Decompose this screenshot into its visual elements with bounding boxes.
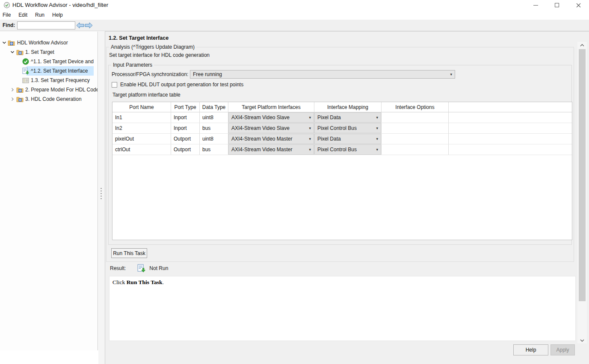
scroll-up-icon[interactable] bbox=[577, 42, 587, 48]
tree-item-label: 2. Prepare Model For HDL Code bbox=[25, 87, 98, 93]
tree-item-set-target-interface[interactable]: ^1.2. Set Target Interface bbox=[0, 66, 98, 76]
processor-fpga-sync-dropdown[interactable]: Free running ▾ bbox=[190, 70, 455, 79]
data-type-cell: bus bbox=[200, 123, 228, 134]
dropdown-arrow-icon: ▾ bbox=[309, 148, 311, 152]
main-vertical-scrollbar[interactable] bbox=[577, 42, 587, 343]
target-platform-interface-table: Port Name Port Type Data Type Target Pla… bbox=[112, 102, 572, 240]
find-label: Find: bbox=[3, 22, 15, 28]
column-header-data-type: Data Type bbox=[200, 102, 228, 112]
target-platform-interface-dropdown[interactable]: AXI4-Stream Video Slave▾ bbox=[228, 123, 314, 133]
interface-table-label: Target platform interface table bbox=[112, 92, 181, 98]
port-name-cell: pixelOut bbox=[112, 134, 171, 144]
help-button[interactable]: Help bbox=[513, 344, 548, 355]
find-next-button[interactable] bbox=[84, 21, 93, 29]
interface-options-cell bbox=[382, 144, 449, 155]
table-row: ctrlOut Outport bus AXI4-Stream Video Ma… bbox=[112, 144, 572, 155]
interface-mapping-dropdown[interactable]: Pixel Data▾ bbox=[314, 112, 381, 123]
check-passed-icon bbox=[22, 58, 30, 65]
dropdown-value: AXI4-Stream Video Slave bbox=[231, 125, 290, 131]
tree-item-label: ^1.2. Set Target Interface bbox=[31, 68, 88, 74]
output-text-prefix: Click bbox=[112, 279, 127, 285]
title-bar: HDL Workflow Advisor - video/hdl_filter bbox=[0, 0, 589, 10]
row-filler bbox=[449, 134, 572, 144]
arrow-left-icon bbox=[76, 22, 84, 29]
hdl-workflow-advisor-window: HDL Workflow Advisor - video/hdl_filter … bbox=[0, 0, 589, 364]
dropdown-arrow-icon: ▾ bbox=[376, 126, 378, 130]
find-previous-button[interactable] bbox=[76, 21, 84, 29]
table-row: pixelOut Outport uint8 AXI4-Stream Video… bbox=[112, 134, 572, 144]
interface-options-cell bbox=[382, 123, 449, 134]
result-row: Result: Not Run bbox=[110, 264, 168, 273]
app-check-icon bbox=[3, 2, 10, 9]
column-header-interface-mapping: Interface Mapping bbox=[314, 102, 382, 112]
dropdown-arrow-icon: ▾ bbox=[309, 126, 311, 130]
tree-item-set-target-device[interactable]: ^1.1. Set Target Device and bbox=[0, 57, 98, 66]
column-header-target-platform-interfaces: Target Platform Interfaces bbox=[228, 102, 314, 112]
workflow-folder-icon bbox=[16, 86, 24, 93]
row-filler bbox=[449, 123, 572, 134]
dropdown-value: Pixel Control Bus bbox=[317, 147, 357, 153]
port-name-cell: In2 bbox=[112, 123, 171, 134]
task-not-run-icon bbox=[137, 264, 146, 273]
tree-item-hdl-code-generation[interactable]: 3. HDL Code Generation bbox=[0, 94, 98, 104]
tree-item-set-target-frequency[interactable]: 1.3. Set Target Frequency bbox=[0, 76, 98, 85]
port-type-cell: Outport bbox=[171, 134, 200, 144]
sync-dropdown-label: Processor/FPGA synchronization: bbox=[112, 71, 188, 77]
port-type-cell: Inport bbox=[171, 112, 200, 123]
tree-item-prepare-model[interactable]: 2. Prepare Model For HDL Code bbox=[0, 85, 98, 94]
tree-item-label: 1.3. Set Target Frequency bbox=[31, 77, 90, 83]
chevron-collapsed-icon[interactable] bbox=[10, 87, 15, 92]
apply-button[interactable]: Apply bbox=[551, 344, 575, 355]
dropdown-arrow-icon: ▾ bbox=[376, 148, 378, 152]
dropdown-value: AXI4-Stream Video Master bbox=[231, 136, 293, 142]
panel-splitter[interactable] bbox=[98, 32, 105, 364]
dropdown-arrow-icon: ▾ bbox=[309, 116, 311, 120]
result-label: Result: bbox=[110, 265, 126, 271]
analysis-groupbox-label: Analysis (^Triggers Update Diagram) bbox=[109, 44, 196, 50]
table-row: In1 Inport uint8 AXI4-Stream Video Slave… bbox=[112, 112, 572, 123]
maximize-button[interactable] bbox=[546, 0, 568, 10]
interface-mapping-dropdown[interactable]: Pixel Control Bus▾ bbox=[314, 123, 381, 133]
column-header-filler bbox=[449, 102, 572, 112]
tree-item-hdl-workflow-advisor[interactable]: HDL Workflow Advisor bbox=[0, 38, 98, 47]
interface-mapping-dropdown[interactable]: Pixel Control Bus▾ bbox=[314, 144, 381, 155]
maximize-icon bbox=[555, 3, 559, 7]
interface-mapping-dropdown[interactable]: Pixel Data▾ bbox=[314, 134, 381, 144]
close-button[interactable] bbox=[568, 0, 589, 10]
port-type-cell: Outport bbox=[171, 144, 200, 155]
testpoint-checkbox[interactable] bbox=[112, 82, 117, 88]
menu-edit[interactable]: Edit bbox=[15, 11, 31, 19]
workflow-folder-icon bbox=[7, 39, 15, 46]
port-name-cell: In1 bbox=[112, 112, 171, 123]
row-filler bbox=[449, 144, 572, 155]
output-text-suffix: . bbox=[162, 279, 163, 285]
menu-run[interactable]: Run bbox=[31, 11, 48, 19]
run-this-task-button[interactable]: Run This Task bbox=[111, 248, 147, 258]
close-icon bbox=[576, 3, 581, 8]
minimize-button[interactable] bbox=[525, 0, 546, 10]
dropdown-arrow-icon: ▾ bbox=[309, 137, 311, 141]
input-parameters-label: Input Parameters bbox=[111, 62, 154, 68]
chevron-expanded-icon[interactable] bbox=[2, 40, 7, 45]
main-scrollbar-thumb[interactable] bbox=[579, 49, 586, 301]
tree-item-set-target[interactable]: 1. Set Target bbox=[0, 47, 98, 57]
port-name-cell: ctrlOut bbox=[112, 144, 171, 155]
menu-help[interactable]: Help bbox=[48, 11, 67, 19]
chevron-collapsed-icon[interactable] bbox=[10, 97, 15, 102]
task-output-area: Click Run This Task. bbox=[109, 276, 576, 341]
menu-bar: File Edit Run Help bbox=[0, 10, 589, 20]
task-description: Set target interface for HDL code genera… bbox=[109, 52, 210, 58]
target-platform-interface-dropdown[interactable]: AXI4-Stream Video Slave▾ bbox=[228, 112, 314, 123]
tree-item-label: 3. HDL Code Generation bbox=[25, 96, 82, 102]
chevron-expanded-icon[interactable] bbox=[10, 50, 15, 55]
target-platform-interface-dropdown[interactable]: AXI4-Stream Video Master▾ bbox=[228, 134, 314, 144]
target-platform-interface-dropdown[interactable]: AXI4-Stream Video Master▾ bbox=[228, 144, 314, 155]
dropdown-arrow-icon: ▾ bbox=[450, 73, 452, 76]
interface-options-cell bbox=[382, 134, 449, 144]
workflow-folder-icon bbox=[16, 96, 24, 103]
scroll-down-icon[interactable] bbox=[577, 337, 587, 343]
workflow-folder-icon bbox=[16, 49, 24, 56]
menu-file[interactable]: File bbox=[0, 11, 15, 19]
find-combobox[interactable] bbox=[17, 21, 75, 29]
data-type-cell: uint8 bbox=[200, 112, 228, 123]
